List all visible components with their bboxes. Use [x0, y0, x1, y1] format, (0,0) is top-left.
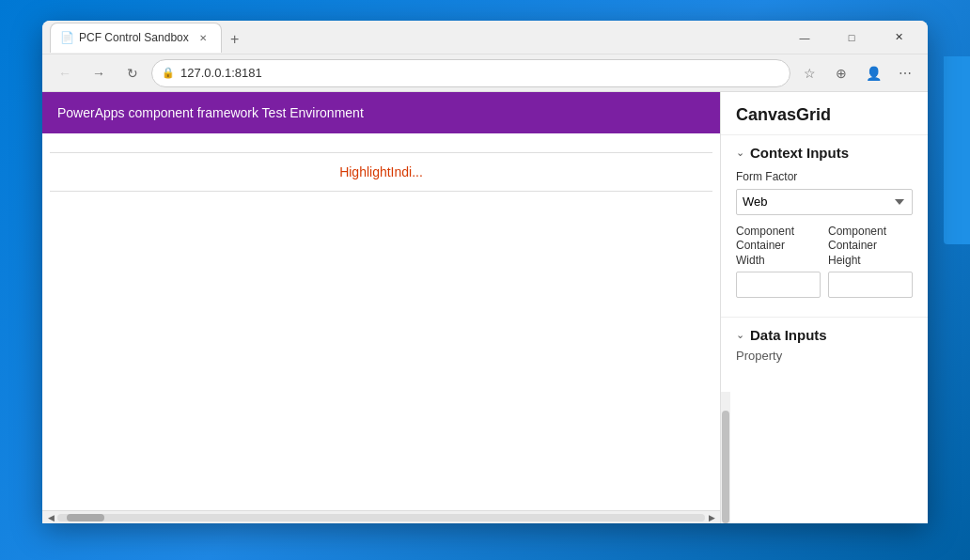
address-bar: ← → ↻ 🔒 127.0.0.1:8181 ☆ ⊕ 👤 ⋯ — [42, 54, 928, 92]
main-content: HighlightIndi... — [42, 133, 720, 510]
context-inputs-section: ⌄ Context Inputs Form Factor Web Phone T… — [721, 135, 928, 318]
container-height-input[interactable] — [828, 272, 913, 298]
horizontal-scrollbar[interactable]: ◀ ▶ — [42, 510, 720, 523]
component-name-area: HighlightIndi... — [42, 153, 720, 191]
property-label: Property — [736, 345, 913, 363]
close-button[interactable]: ✕ — [877, 23, 920, 53]
edge-sidebar — [944, 56, 970, 244]
address-bar-input[interactable]: 🔒 127.0.0.1:8181 — [151, 59, 790, 87]
container-dimensions: Component Container Width Component Cont… — [736, 225, 913, 308]
lock-icon: 🔒 — [162, 67, 175, 79]
container-width-group: Component Container Width — [736, 225, 821, 299]
refresh-button[interactable]: ↻ — [117, 58, 148, 88]
scroll-right-arrow[interactable]: ▶ — [705, 511, 718, 524]
form-factor-label: Form Factor — [736, 170, 913, 185]
container-width-input[interactable] — [736, 272, 821, 298]
context-inputs-header: ⌄ Context Inputs — [736, 145, 913, 161]
minimize-button[interactable]: — — [783, 23, 826, 53]
tab-bar: 📄 PCF Control Sandbox ✕ + — [50, 23, 775, 53]
form-factor-group: Form Factor Web Phone Tablet — [736, 170, 913, 215]
window-controls: — □ ✕ — [783, 23, 920, 53]
desktop: 📄 PCF Control Sandbox ✕ + — □ ✕ ← → ↻ 🔒 … — [0, 0, 970, 560]
app-header: PowerApps component framework Test Envir… — [42, 92, 720, 133]
data-inputs-section: ⌄ Data Inputs Property — [721, 318, 928, 372]
component-name[interactable]: HighlightIndi... — [339, 164, 423, 179]
sidebar-panel: CanvasGrid ⌄ Context Inputs Form Factor … — [721, 92, 928, 523]
tab-close-button[interactable]: ✕ — [195, 29, 211, 46]
context-inputs-title: Context Inputs — [750, 145, 849, 161]
new-tab-button[interactable]: + — [222, 26, 248, 53]
container-height-group: Component Container Height — [828, 225, 913, 299]
browser-window: 📄 PCF Control Sandbox ✕ + — □ ✕ ← → ↻ 🔒 … — [42, 21, 928, 523]
scroll-thumb[interactable] — [67, 514, 104, 521]
scroll-track[interactable] — [57, 514, 705, 521]
scrollbar-thumb[interactable] — [722, 411, 729, 523]
container-height-label: Component Container Height — [828, 225, 913, 269]
container-width-label: Component Container Width — [736, 225, 821, 269]
main-area: PowerApps component framework Test Envir… — [42, 92, 721, 523]
panel-body: ⌄ Context Inputs Form Factor Web Phone T… — [721, 135, 928, 392]
bottom-divider — [50, 191, 712, 192]
profile-icon[interactable]: 👤 — [858, 58, 888, 88]
context-inputs-collapse-icon[interactable]: ⌄ — [736, 147, 744, 159]
page-content: PowerApps component framework Test Envir… — [42, 92, 928, 523]
form-factor-select[interactable]: Web Phone Tablet — [736, 189, 913, 215]
address-text: 127.0.0.1:8181 — [180, 66, 780, 80]
scroll-left-arrow[interactable]: ◀ — [44, 511, 57, 524]
collections-icon[interactable]: ⊕ — [826, 58, 856, 88]
vertical-scrollbar[interactable] — [721, 392, 730, 523]
back-button[interactable]: ← — [50, 58, 80, 88]
forward-button[interactable]: → — [84, 58, 114, 88]
data-inputs-collapse-icon[interactable]: ⌄ — [736, 329, 744, 341]
title-bar: 📄 PCF Control Sandbox ✕ + — □ ✕ — [42, 21, 928, 54]
maximize-button[interactable]: □ — [830, 23, 873, 53]
favorites-icon[interactable]: ☆ — [794, 58, 824, 88]
app-header-title: PowerApps component framework Test Envir… — [57, 105, 364, 120]
tab-title: PCF Control Sandbox — [79, 31, 189, 44]
tab-favicon-icon: 📄 — [60, 31, 73, 44]
more-button[interactable]: ⋯ — [890, 58, 920, 88]
data-inputs-title: Data Inputs — [750, 327, 827, 343]
panel-title: CanvasGrid — [721, 92, 928, 135]
toolbar-icons: ☆ ⊕ 👤 ⋯ — [794, 58, 920, 88]
data-inputs-header: ⌄ Data Inputs — [736, 327, 913, 343]
active-tab[interactable]: 📄 PCF Control Sandbox ✕ — [50, 23, 222, 53]
